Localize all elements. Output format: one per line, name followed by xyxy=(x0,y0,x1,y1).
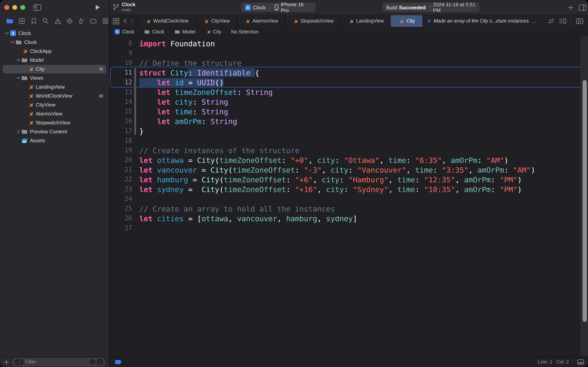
code-line-22[interactable]: 22let hamburg = City(timeZoneOffset: "+6… xyxy=(110,175,581,184)
issues-navigator-icon[interactable] xyxy=(53,17,62,25)
chevron-down-icon[interactable] xyxy=(4,32,9,35)
code-line-18[interactable]: 18 xyxy=(110,136,581,145)
toggle-bottom-bar-icon[interactable] xyxy=(577,359,584,365)
line-number: 22 xyxy=(110,176,139,183)
recent-files-icon[interactable] xyxy=(90,359,95,365)
forward-icon[interactable] xyxy=(131,18,134,24)
sidebar-item-label: StopwatchView xyxy=(36,120,70,125)
code-line-9[interactable]: 9 xyxy=(110,48,581,58)
code-line-14[interactable]: 14 let city: String xyxy=(110,97,581,107)
tab-cityview[interactable]: CityView xyxy=(195,15,237,27)
close-button[interactable] xyxy=(4,5,9,10)
device-icon xyxy=(275,4,278,10)
sidebar-item-clock[interactable]: AClock xyxy=(0,29,109,38)
add-file-icon[interactable] xyxy=(3,359,9,365)
sidebar-item-cityview[interactable]: CityView xyxy=(0,100,109,109)
code-text: // Define the structure xyxy=(139,58,242,67)
sidebar-item-city[interactable]: CityM xyxy=(0,65,109,74)
back-icon[interactable] xyxy=(123,18,127,24)
line-number: 17 xyxy=(110,127,139,134)
add-editor-icon[interactable] xyxy=(567,4,574,11)
code-text: let timeZoneOffset: String xyxy=(139,88,273,96)
filter-field[interactable]: Filter xyxy=(12,358,105,366)
code-line-16[interactable]: 16 let amOrPm: String xyxy=(110,116,581,126)
code-line-10[interactable]: 10// Define the structure xyxy=(110,58,581,68)
breadcrumb-item[interactable]: No Selection xyxy=(231,29,259,34)
code-line-13[interactable]: 13 let timeZoneOffset: String xyxy=(110,87,581,97)
bookmarks-navigator-icon[interactable] xyxy=(29,17,38,25)
code-line-23[interactable]: 23let sydney = City(timeZoneOffset: "+16… xyxy=(110,184,581,194)
scrollbar-thumb[interactable] xyxy=(582,80,587,322)
line-number: 13 xyxy=(110,88,139,96)
tab-landingview[interactable]: LandingView xyxy=(341,15,391,27)
swap-editors-icon[interactable] xyxy=(547,18,554,24)
sidebar-item-label: Assets xyxy=(30,138,45,143)
breadcrumb-item[interactable]: Model xyxy=(174,29,195,34)
scrollbar-track[interactable] xyxy=(581,36,588,357)
tab-alarmsview[interactable]: AlarmsView xyxy=(237,15,286,27)
breakpoint-indicator[interactable] xyxy=(115,360,122,364)
sidebar-item-stopwatchview[interactable]: StopwatchView xyxy=(0,118,109,127)
code-line-11[interactable]: 11struct City: Identifiable { xyxy=(110,68,581,77)
code-line-17[interactable]: 17} xyxy=(110,126,581,136)
code-line-20[interactable]: 20let ottawa = City(timeZoneOffset: "+0"… xyxy=(110,155,581,165)
breadcrumb-item[interactable]: City xyxy=(205,29,221,35)
source-control-navigator-icon[interactable] xyxy=(17,17,26,25)
sidebar-item-label: Preview Content xyxy=(30,129,67,134)
activity-view[interactable]: Build Succeeded 2024-11-19 at 5:51 PM xyxy=(382,3,479,12)
run-button[interactable] xyxy=(94,4,101,11)
source-editor[interactable]: 8import Foundation910// Define the struc… xyxy=(110,36,581,357)
code-line-15[interactable]: 15 let time: String xyxy=(110,107,581,116)
debug-navigator-icon[interactable] xyxy=(77,17,86,25)
toggle-navigator-icon[interactable] xyxy=(34,4,41,11)
run-destination-picker[interactable]: A Clock 〉 iPhone 16 Pro xyxy=(241,3,316,12)
sidebar-item-landingview[interactable]: LandingView xyxy=(0,83,109,91)
code-line-24[interactable]: 24 xyxy=(110,194,581,204)
sidebar-item-views[interactable]: Views xyxy=(0,74,109,83)
breadcrumb-item[interactable]: AClock xyxy=(114,29,134,35)
code-line-8[interactable]: 8import Foundation xyxy=(110,39,581,48)
breadcrumb-item[interactable]: Clock xyxy=(144,29,165,34)
tab-worldclockview[interactable]: WorldClockView xyxy=(138,15,196,27)
find-navigator-icon[interactable] xyxy=(42,17,50,25)
commit-hash-icon: # xyxy=(428,18,430,24)
tests-navigator-icon[interactable] xyxy=(65,17,74,25)
zoom-button[interactable] xyxy=(20,5,25,10)
minimize-button[interactable] xyxy=(12,5,17,10)
code-line-12[interactable]: 12 let id = UUID() xyxy=(110,77,581,87)
assets-icon xyxy=(21,138,28,143)
sidebar-item-clockapp[interactable]: ClockApp xyxy=(0,47,109,56)
chevron-down-icon[interactable] xyxy=(10,41,15,43)
chevron-right-icon[interactable] xyxy=(16,129,21,134)
device-name[interactable]: iPhone 16 Pro xyxy=(281,1,312,13)
build-result: Succeeded xyxy=(399,4,426,10)
sidebar-item-worldclockview[interactable]: WorldClockViewM xyxy=(0,91,109,100)
tab-city[interactable]: City xyxy=(391,15,422,27)
sidebar-item-clock[interactable]: Clock xyxy=(0,38,109,47)
sidebar-item-alarmsview[interactable]: AlarmsView xyxy=(0,109,109,118)
tab-overview-icon[interactable] xyxy=(113,18,119,24)
code-line-26[interactable]: 26let cities = [ottawa, vancouver, hambu… xyxy=(110,213,581,223)
tab-stopwatchview[interactable]: StopwatchView xyxy=(285,15,341,27)
filter-flags-icon[interactable] xyxy=(97,359,103,365)
split-editor-icon[interactable] xyxy=(576,18,583,24)
reports-navigator-icon[interactable] xyxy=(101,17,110,25)
sidebar-item-assets[interactable]: Assets xyxy=(0,136,109,145)
toggle-inspector-icon[interactable] xyxy=(579,4,587,11)
sidebar-item-label: City xyxy=(36,66,44,72)
chevron-down-icon[interactable] xyxy=(16,77,21,79)
minimap-icon[interactable] xyxy=(559,18,566,24)
project-navigator-icon[interactable] xyxy=(5,17,14,25)
breakpoints-navigator-icon[interactable] xyxy=(89,17,98,25)
chevron-down-icon[interactable] xyxy=(16,59,21,61)
scheme-name[interactable]: Clock xyxy=(253,4,266,10)
sidebar-item-preview-content[interactable]: Preview Content xyxy=(0,127,109,136)
code-line-27[interactable]: 27 xyxy=(110,223,581,233)
swift-icon xyxy=(27,84,34,90)
code-line-25[interactable]: 25// Create an array to hold all the ins… xyxy=(110,204,581,213)
code-line-19[interactable]: 19// Create instances of the structure xyxy=(110,145,581,155)
sidebar-item-model[interactable]: Model xyxy=(0,56,109,65)
swift-file-icon xyxy=(244,18,250,24)
code-review-ribbon[interactable]: # Made an array of the City s...cture in… xyxy=(422,15,543,27)
code-line-21[interactable]: 21let vancouver = City(timeZoneOffset: "… xyxy=(110,165,581,175)
